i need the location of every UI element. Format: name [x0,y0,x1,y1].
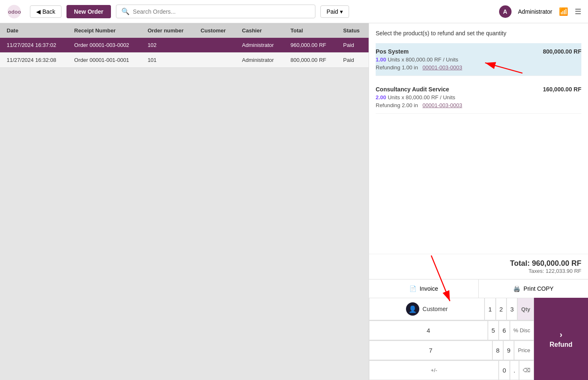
refund-link-2[interactable]: 00001-003-0003 [423,102,462,108]
action-buttons: 📄 Invoice 🖨️ Print COPY [369,279,588,298]
col-cashier: Cashier [235,23,284,38]
col-status: Status [337,23,369,38]
main-content: Date Receipt Number Order number Custome… [0,23,588,380]
refund-instruction: Select the product(s) to refund and set … [376,30,581,37]
left-panel: Date Receipt Number Order number Custome… [0,23,369,380]
refund-info: Select the product(s) to refund and set … [369,23,588,254]
num-4[interactable]: 4 [369,321,488,340]
num-5[interactable]: 5 [488,321,499,340]
num-0[interactable]: 0 [499,360,509,380]
refund-link-1[interactable]: 00001-003-0003 [423,64,462,71]
orders-table: Date Receipt Number Order number Custome… [0,23,369,68]
qty-button[interactable]: Qty [517,298,534,320]
menu-icon[interactable]: ☰ [575,7,581,16]
back-button[interactable]: ◀ Back [30,5,62,18]
invoice-icon: 📄 [409,285,416,292]
search-input[interactable] [133,8,310,15]
backspace-button[interactable]: ⌫ [519,360,534,380]
product-refund-1: Refunding 1.00 in 00001-003-0003 [376,64,581,71]
product-name-1: Pos System 800,000.00 RF [376,48,581,55]
dot-button[interactable]: . [510,360,519,380]
customer-button[interactable]: 👤 Customer [369,298,485,320]
total-section: Total: 960,000.00 RF Taxes: 122,033.90 R… [369,254,588,279]
filter-label: Paid [327,8,338,15]
filter-button[interactable]: Paid ▾ [320,5,349,18]
total-taxes: Taxes: 122,033.90 RF [376,268,581,274]
wifi-icon: 📶 [559,7,568,16]
product-item-2[interactable]: Consultancy Audit Service 160,000.00 RF … [376,81,581,114]
numpad-container: 👤 Customer 1 2 3 Qty 4 5 6 % Disc [369,298,534,380]
product-detail-1: 1.00 Units x 800,000.00 RF / Units [376,56,581,63]
num-3[interactable]: 3 [507,298,517,320]
num-9[interactable]: 9 [503,341,514,360]
numpad-row-2: 4 5 6 % Disc [369,321,534,341]
search-icon: 🔍 [121,7,130,15]
customer-row: 👤 Customer 1 2 3 Qty [369,298,534,321]
col-total: Total [284,23,337,38]
numpad-row-4: +/- 0 . ⌫ [369,360,534,380]
product-detail-2: 2.00 Units x 80,000.00 RF / Units [376,94,581,101]
col-receipt: Receipt Number [68,23,141,38]
customer-label: Customer [423,306,448,312]
disc-button[interactable]: % Disc [510,321,534,340]
refund-label: Refund [549,341,572,348]
table-header-row: Date Receipt Number Order number Custome… [0,23,369,38]
total-amount: Total: 960,000.00 RF [376,259,581,268]
col-date: Date [0,23,68,38]
numpad-row-3: 7 8 9 Price [369,341,534,360]
print-icon: 🖨️ [513,285,520,292]
col-customer: Customer [194,23,236,38]
chevron-down-icon: ▾ [340,8,343,15]
price-button[interactable]: Price [514,341,534,360]
num-2[interactable]: 2 [496,298,507,320]
admin-name: Administrator [518,8,552,15]
num-7[interactable]: 7 [369,341,492,360]
product-item-1[interactable]: Pos System 800,000.00 RF 1.00 Units x 80… [376,43,581,76]
table-row[interactable]: 11/27/2024 16:37:02Order 00001-003-00021… [0,38,369,53]
right-panel: Select the product(s) to refund and set … [369,23,588,380]
topbar-right: A Administrator 📶 ☰ [499,5,581,18]
plusminus-button[interactable]: +/- [369,360,499,380]
search-box: 🔍 [116,5,315,18]
num-6[interactable]: 6 [499,321,509,340]
avatar: A [499,5,512,18]
topbar: odoo ◀ Back New Order 🔍 Paid ▾ A Adminis… [0,0,588,23]
refund-arrow-icon: › [560,330,563,339]
numpad-refund-area: 👤 Customer 1 2 3 Qty 4 5 6 % Disc [369,298,588,380]
new-order-button[interactable]: New Order [66,5,111,18]
refund-button[interactable]: › Refund [534,298,588,380]
svg-text:odoo: odoo [8,9,21,15]
odoo-logo: odoo [7,4,22,19]
col-order: Order number [141,23,194,38]
invoice-button[interactable]: 📄 Invoice [369,279,479,298]
product-name-2: Consultancy Audit Service 160,000.00 RF [376,86,581,93]
customer-avatar: 👤 [406,302,419,316]
table-row[interactable]: 11/27/2024 16:32:08Order 00001-001-00011… [0,53,369,68]
product-refund-2: Refunding 2.00 in 00001-003-0003 [376,102,581,108]
num-1[interactable]: 1 [485,298,495,320]
print-copy-button[interactable]: 🖨️ Print COPY [479,279,588,298]
num-8[interactable]: 8 [492,341,503,360]
